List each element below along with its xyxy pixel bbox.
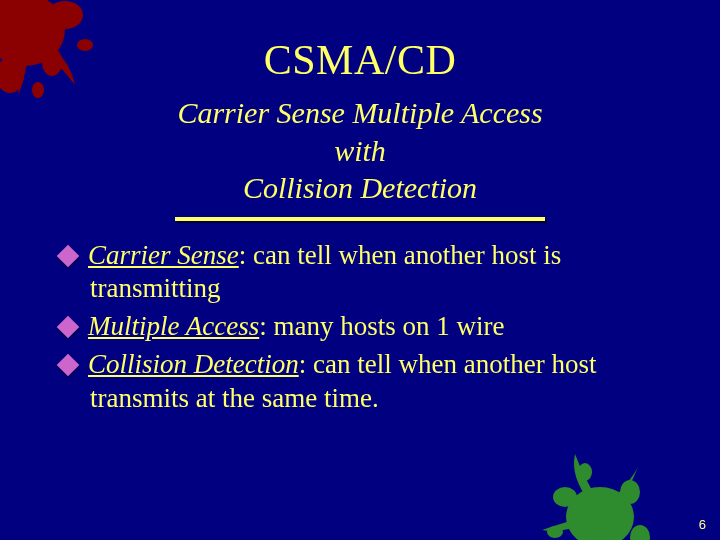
svg-point-10 bbox=[578, 463, 592, 481]
bullet-term: Collision Detection bbox=[88, 349, 299, 379]
svg-point-6 bbox=[0, 0, 15, 18]
slide-body: Carrier Sense: can tell when another hos… bbox=[50, 239, 670, 416]
svg-point-1 bbox=[47, 1, 83, 29]
svg-point-8 bbox=[553, 487, 577, 507]
bullet-item: Multiple Access: many hosts on 1 wire bbox=[56, 310, 664, 344]
bullet-icon bbox=[57, 353, 80, 376]
bullet-item: Carrier Sense: can tell when another hos… bbox=[56, 239, 664, 307]
slide-title: CSMA/CD bbox=[50, 36, 670, 84]
bullet-icon bbox=[57, 316, 80, 339]
svg-point-9 bbox=[620, 480, 640, 504]
bullet-item: Collision Detection: can tell when anoth… bbox=[56, 348, 664, 416]
svg-point-11 bbox=[547, 526, 563, 538]
splat-bottom-right bbox=[530, 442, 650, 540]
svg-point-2 bbox=[0, 57, 24, 93]
title-underline bbox=[175, 217, 545, 221]
bullet-rest: : many hosts on 1 wire bbox=[259, 311, 504, 341]
bullet-term: Multiple Access bbox=[88, 311, 259, 341]
slide: CSMA/CD Carrier Sense Multiple Access wi… bbox=[0, 0, 720, 540]
svg-point-5 bbox=[32, 82, 44, 98]
subtitle-line1: Carrier Sense Multiple Access bbox=[177, 96, 542, 129]
subtitle-line3: Collision Detection bbox=[243, 171, 477, 204]
svg-point-7 bbox=[566, 487, 634, 540]
bullet-icon bbox=[57, 244, 80, 267]
page-number: 6 bbox=[699, 517, 706, 532]
svg-point-12 bbox=[630, 525, 650, 540]
subtitle-line2: with bbox=[334, 134, 386, 167]
title-underline-wrap bbox=[50, 217, 670, 221]
slide-subtitle: Carrier Sense Multiple Access with Colli… bbox=[50, 94, 670, 207]
bullet-term: Carrier Sense bbox=[88, 240, 239, 270]
